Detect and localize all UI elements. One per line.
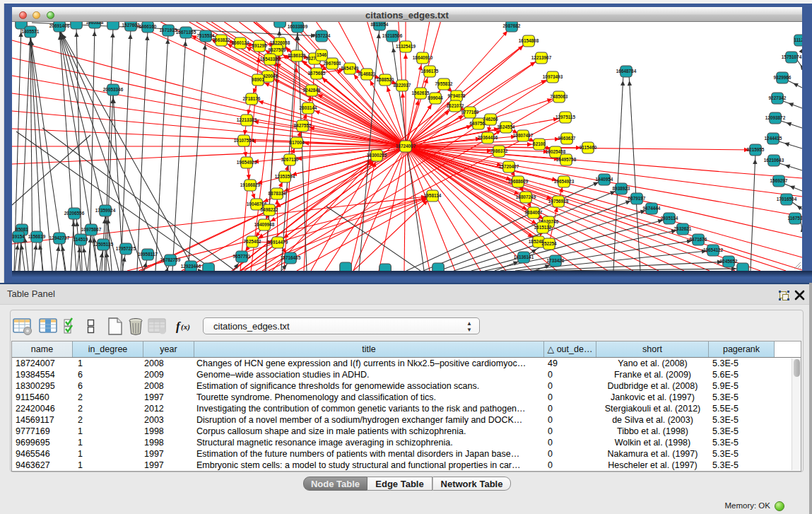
svg-text:8322037: 8322037 xyxy=(394,83,411,88)
svg-text:10975867: 10975867 xyxy=(81,227,102,232)
svg-text:9242848: 9242848 xyxy=(303,88,321,93)
svg-text:10688609: 10688609 xyxy=(508,179,529,184)
svg-text:746266: 746266 xyxy=(483,117,498,122)
svg-text:12213967: 12213967 xyxy=(531,55,552,60)
svg-text:1569297: 1569297 xyxy=(770,178,788,183)
svg-text:16543382: 16543382 xyxy=(260,57,281,62)
svg-text:12213383: 12213383 xyxy=(237,117,257,122)
svg-text:1958114: 1958114 xyxy=(424,193,442,198)
svg-text:8215955: 8215955 xyxy=(747,147,765,152)
svg-text:1440954: 1440954 xyxy=(596,177,613,182)
svg-text:10973493: 10973493 xyxy=(543,74,563,79)
svg-text:9657791: 9657791 xyxy=(233,254,251,259)
svg-text:16033809: 16033809 xyxy=(288,24,308,29)
svg-text:19166829: 19166829 xyxy=(240,182,261,187)
svg-text:18640910: 18640910 xyxy=(413,55,433,60)
svg-text:899044: 899044 xyxy=(428,95,443,100)
svg-text:8660124: 8660124 xyxy=(232,40,249,45)
svg-text:1588520: 1588520 xyxy=(377,77,394,82)
svg-text:7625402: 7625402 xyxy=(244,239,261,244)
svg-text:3675685: 3675685 xyxy=(308,71,326,76)
svg-text:16782759: 16782759 xyxy=(160,257,181,262)
svg-text:9329966: 9329966 xyxy=(774,75,792,80)
svg-text:20691406: 20691406 xyxy=(49,23,70,28)
svg-text:5498222: 5498222 xyxy=(261,207,278,212)
svg-text:12942737: 12942737 xyxy=(49,235,70,240)
svg-text:1696175: 1696175 xyxy=(421,69,439,74)
svg-text:19218506: 19218506 xyxy=(382,33,403,38)
svg-text:9245652: 9245652 xyxy=(720,259,738,264)
svg-text:6879197: 6879197 xyxy=(628,196,646,201)
svg-text:12093872: 12093872 xyxy=(765,115,786,120)
svg-text:9146821: 9146821 xyxy=(358,71,376,76)
svg-text:39154: 39154 xyxy=(12,234,25,239)
svg-text:16409948: 16409948 xyxy=(254,222,275,227)
svg-text:98901: 98901 xyxy=(252,77,264,82)
svg-text:7357224: 7357224 xyxy=(313,33,331,38)
svg-text:10958117: 10958117 xyxy=(138,252,158,257)
svg-text:6466160: 6466160 xyxy=(139,24,157,29)
svg-text:8938923: 8938923 xyxy=(613,186,630,191)
svg-text:9794078: 9794078 xyxy=(448,93,466,98)
svg-text:10654112: 10654112 xyxy=(703,247,724,252)
svg-text:8454749: 8454749 xyxy=(341,66,359,71)
svg-text:11124: 11124 xyxy=(794,37,802,42)
svg-text:9777169: 9777169 xyxy=(461,110,479,115)
svg-text:7485063: 7485063 xyxy=(551,94,568,99)
svg-text:1244415: 1244415 xyxy=(765,136,782,141)
svg-text:12505135: 12505135 xyxy=(93,242,114,247)
svg-text:1733426: 1733426 xyxy=(547,258,565,263)
svg-text:19756928: 19756928 xyxy=(548,199,569,204)
svg-text:8878334: 8878334 xyxy=(269,191,286,196)
svg-text:10807487: 10807487 xyxy=(513,133,534,138)
svg-text:10025458: 10025458 xyxy=(546,149,566,154)
svg-text:20206556: 20206556 xyxy=(64,211,85,216)
svg-text:19654923: 19654923 xyxy=(554,179,575,184)
svg-text:2087682: 2087682 xyxy=(503,23,521,28)
svg-text:2803144: 2803144 xyxy=(300,105,317,110)
svg-text:1562615: 1562615 xyxy=(412,90,430,95)
svg-text:9227342: 9227342 xyxy=(769,95,787,100)
svg-text:1527602: 1527602 xyxy=(122,23,140,28)
svg-text:1546: 1546 xyxy=(317,52,327,57)
svg-text:20364436: 20364436 xyxy=(478,135,498,140)
svg-text:9463627: 9463627 xyxy=(558,136,576,141)
svg-text:62100: 62100 xyxy=(533,141,546,146)
svg-text:14136141: 14136141 xyxy=(514,255,534,259)
svg-text:17016504: 17016504 xyxy=(777,197,797,201)
svg-text:2967608: 2967608 xyxy=(324,61,341,66)
svg-text:9115460: 9115460 xyxy=(579,145,597,150)
svg-text:16648784: 16648784 xyxy=(616,69,637,74)
svg-text:1065328: 1065328 xyxy=(86,22,104,25)
svg-text:16671355: 16671355 xyxy=(176,30,196,35)
svg-text:891295: 891295 xyxy=(252,43,267,48)
svg-text:1405571: 1405571 xyxy=(22,29,40,34)
svg-text:7955812: 7955812 xyxy=(435,81,453,86)
svg-text:3624554: 3624554 xyxy=(498,124,515,129)
svg-text:2935114: 2935114 xyxy=(661,216,678,221)
svg-text:17359924: 17359924 xyxy=(95,208,116,213)
svg-text:16914479: 16914479 xyxy=(268,240,288,245)
svg-text:1615132: 1615132 xyxy=(534,225,552,230)
svg-text:16495758: 16495758 xyxy=(556,157,577,162)
svg-text:15720407: 15720407 xyxy=(499,164,519,169)
svg-text:(x): (x) xyxy=(181,322,190,332)
svg-text:7663822: 7663822 xyxy=(213,37,230,42)
svg-text:114519: 114519 xyxy=(73,237,88,242)
svg-text:8471676: 8471676 xyxy=(690,237,707,242)
svg-text:16210643: 16210643 xyxy=(764,158,784,163)
svg-text:9827509: 9827509 xyxy=(269,47,286,52)
svg-text:18300295: 18300295 xyxy=(367,153,387,158)
svg-text:12975115: 12975115 xyxy=(555,115,576,119)
svg-text:20053346: 20053346 xyxy=(103,87,124,92)
svg-text:17957225: 17957225 xyxy=(116,246,136,251)
svg-text:10107554: 10107554 xyxy=(234,138,254,143)
svg-text:116753: 116753 xyxy=(788,216,802,221)
svg-text:817004: 817004 xyxy=(289,140,305,145)
svg-text:1156819: 1156819 xyxy=(28,234,46,239)
svg-text:15751074: 15751074 xyxy=(782,54,802,59)
svg-text:12353594: 12353594 xyxy=(275,174,295,179)
svg-text:1071915: 1071915 xyxy=(160,28,177,33)
svg-text:8186328: 8186328 xyxy=(288,53,306,58)
svg-text:16154808: 16154808 xyxy=(519,38,539,43)
